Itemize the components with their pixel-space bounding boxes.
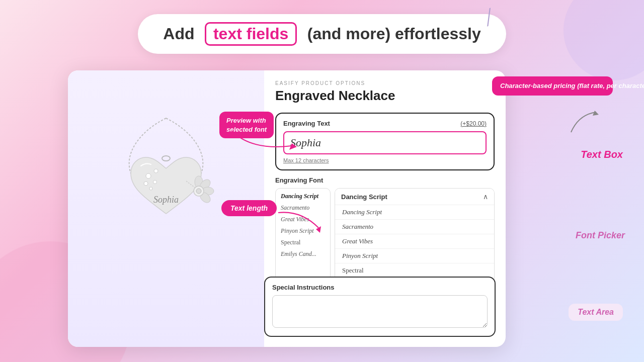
header-highlight: text fields: [205, 22, 297, 46]
engraving-text-label: Engraving Text: [283, 120, 330, 127]
header-suffix: (and more) effortlessly: [307, 25, 481, 43]
annotation-preview-font: Preview withselected font: [219, 112, 274, 138]
engraving-font-section: Engraving Font Dancing Script Sacramento…: [275, 176, 495, 293]
font-option-sacramento[interactable]: Sacramento: [335, 220, 494, 234]
product-title: Engraved Necklace: [275, 88, 495, 104]
font-option-pinyon[interactable]: Pinyon Script: [335, 249, 494, 263]
necklace-image: Sophia: [96, 113, 236, 304]
special-instructions-textarea[interactable]: [272, 295, 488, 328]
header-prefix: Add: [163, 25, 194, 43]
bg-circle-right: [564, 0, 644, 80]
arrow-necklace-title: [569, 110, 599, 135]
svg-text:Sophia: Sophia: [153, 195, 179, 205]
svg-marker-16: [593, 111, 599, 116]
svg-point-0: [146, 173, 151, 178]
annotation-text-box: Text Box: [581, 149, 623, 160]
font-preview-emilys[interactable]: Emilys Cand...: [281, 249, 325, 259]
annotation-text-length: Text length: [221, 200, 277, 216]
font-preview-spectral[interactable]: Spectral: [281, 238, 325, 247]
svg-point-2: [144, 182, 148, 186]
font-preview-dancing[interactable]: Dancing Script: [281, 192, 325, 201]
field-header: Engraving Text (+$20.00): [283, 120, 487, 127]
engraving-text-input[interactable]: [283, 131, 487, 154]
annotation-char-pricing: Character-based pricing (flat rate, per …: [492, 76, 613, 96]
annotation-text-area: Text Area: [569, 304, 623, 321]
main-card: Sophia EASIFY PRODUCT OPTIONS Engraved N…: [68, 70, 506, 347]
engraving-text-section: Engraving Text (+$20.00) Max 12 characte…: [275, 113, 495, 170]
header-bubble: Add text fields (and more) effortlessly: [138, 14, 506, 54]
font-option-spectral[interactable]: Spectral: [335, 263, 494, 278]
svg-point-4: [149, 187, 152, 190]
annotation-font-picker: Font Picker: [576, 230, 625, 241]
font-option-dancing[interactable]: Dancing Script: [335, 205, 494, 220]
chevron-up-icon: ∧: [483, 193, 488, 201]
svg-point-3: [153, 180, 157, 184]
special-instructions-label: Special Instructions: [272, 284, 488, 291]
font-dropdown-selected: Dancing Script: [341, 193, 387, 201]
font-option-great-vibes[interactable]: Great Vibes: [335, 234, 494, 249]
engraving-text-hint: Max 12 characters: [283, 157, 487, 163]
font-preview-sacramento[interactable]: Sacramento: [281, 203, 325, 213]
font-preview-great-vibes[interactable]: Great Vibes: [281, 215, 325, 224]
svg-point-12: [196, 189, 201, 194]
easify-label: EASIFY PRODUCT OPTIONS: [275, 80, 495, 86]
svg-point-1: [154, 169, 158, 173]
font-dropdown-header[interactable]: Dancing Script ∧: [335, 189, 494, 205]
svg-point-6: [162, 156, 170, 161]
font-preview-pinyon[interactable]: Pinyon Script: [281, 226, 325, 236]
engraving-font-label: Engraving Font: [275, 176, 495, 184]
engraving-text-price: (+$20.00): [460, 120, 487, 127]
special-instructions-section: Special Instructions: [264, 277, 496, 337]
header: Add text fields (and more) effortlessly: [0, 0, 644, 54]
